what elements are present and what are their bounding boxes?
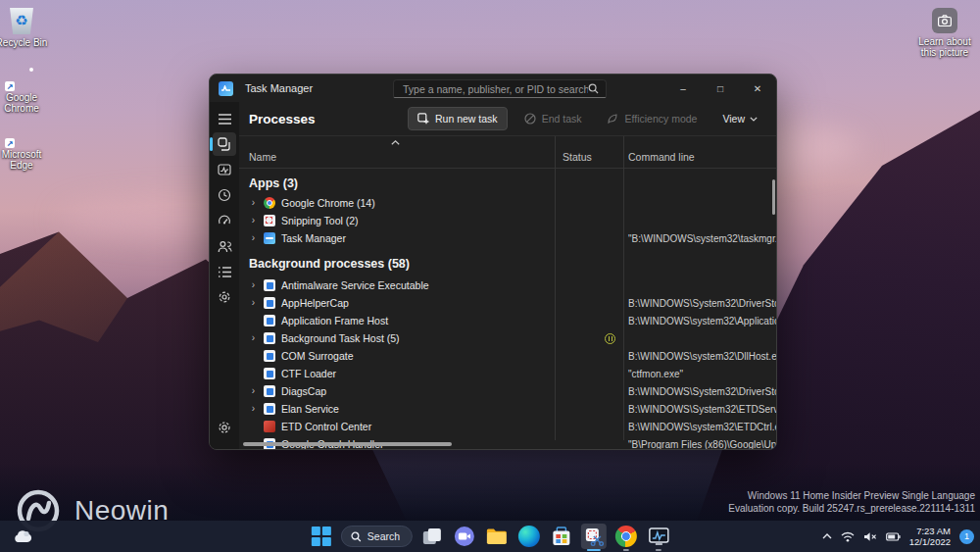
process-row[interactable]: ›DiagsCap B:\WINDOWS\System32\DriverStor… <box>239 382 776 400</box>
process-name: DiagsCap <box>281 385 326 397</box>
task-view-icon <box>422 527 442 545</box>
efficiency-mode-button[interactable]: Efficiency mode <box>598 108 706 129</box>
process-name: CTF Loader <box>281 368 336 379</box>
window-title: Task Manager <box>245 82 313 94</box>
task-manager-window: Task Manager – □ ✕ <box>209 74 777 450</box>
battery-icon[interactable] <box>886 532 901 541</box>
learn-about-picture-button[interactable]: Learn about this picture <box>913 8 976 58</box>
sidebar-item-processes[interactable] <box>213 132 236 156</box>
task-view-button[interactable] <box>419 524 445 549</box>
group-header-apps[interactable]: Apps (3) <box>239 169 776 194</box>
performance-icon <box>218 163 231 176</box>
generic-app-icon <box>264 297 275 309</box>
running-app-indicator <box>623 549 629 552</box>
volume-muted-icon[interactable] <box>863 531 877 542</box>
expand-chevron-icon[interactable]: › <box>249 404 258 414</box>
expand-chevron-icon[interactable]: › <box>249 386 258 396</box>
navigation-menu-button[interactable] <box>213 107 236 130</box>
edge-button[interactable] <box>516 524 542 549</box>
desktop-icon-label: Recycle Bin <box>0 37 47 48</box>
process-search-box[interactable] <box>393 79 607 98</box>
chevron-down-icon <box>750 117 758 122</box>
file-explorer-button[interactable] <box>484 524 510 549</box>
process-name: Snipping Tool (2) <box>281 215 359 226</box>
column-header-command-line[interactable]: Command line <box>628 151 695 163</box>
sidebar-item-startup-apps[interactable] <box>213 209 236 232</box>
process-row[interactable]: ›Application Frame Host B:\WINDOWS\syste… <box>239 312 776 329</box>
maximize-button[interactable]: □ <box>702 75 739 102</box>
chat-button[interactable] <box>452 524 477 549</box>
microsoft-store-button[interactable] <box>549 524 574 549</box>
process-row[interactable]: ›ETD Control Center B:\WINDOWS\system32\… <box>239 418 776 435</box>
watermark-line1: Windows 11 Home Insider Preview Single L… <box>728 489 975 502</box>
process-row[interactable]: ›AppHelperCap B:\WINDOWS\System32\Driver… <box>239 294 776 312</box>
process-name: Google Chrome (14) <box>281 197 375 209</box>
sidebar-item-services[interactable] <box>213 285 236 309</box>
process-row[interactable]: ›Antimalware Service Executable <box>239 276 776 294</box>
processes-toolbar: Processes Run new task End task Efficien… <box>239 102 776 135</box>
efficiency-leaf-icon <box>607 113 618 125</box>
expand-chevron-icon[interactable]: › <box>249 216 258 226</box>
column-header-name[interactable]: Name <box>249 151 276 163</box>
sidebar-item-users[interactable] <box>213 234 236 258</box>
desktop-icon-recycle-bin[interactable]: ♻ Recycle Bin <box>0 5 53 48</box>
page-title: Processes <box>249 112 316 126</box>
wifi-icon[interactable] <box>841 531 855 542</box>
group-label: Background processes (58) <box>249 257 410 271</box>
store-icon <box>552 527 571 546</box>
column-header-status[interactable]: Status <box>563 151 592 163</box>
expand-chevron-icon[interactable]: › <box>249 280 258 290</box>
process-row[interactable]: ›Snipping Tool (2) <box>239 212 776 229</box>
snipping-tool-button[interactable] <box>581 524 607 549</box>
search-icon <box>588 83 599 94</box>
run-new-task-button[interactable]: Run new task <box>408 107 508 130</box>
process-row[interactable]: ›Elan Service B:\WINDOWS\System32\ETDSer… <box>239 400 776 418</box>
column-divider[interactable] <box>623 136 624 440</box>
expand-chevron-icon[interactable]: › <box>249 198 258 208</box>
taskbar-search-button[interactable]: Search <box>341 526 413 547</box>
start-button[interactable] <box>309 524 334 549</box>
desktop-icon-google-chrome[interactable]: ↗ Google Chrome <box>0 60 53 114</box>
group-header-background[interactable]: Background processes (58) <box>239 247 776 276</box>
process-cmdline: B:\WINDOWS\system32\ApplicationFrame <box>623 316 776 326</box>
search-input[interactable] <box>403 83 588 95</box>
notification-badge[interactable]: 1 <box>959 529 974 544</box>
expand-chevron-icon[interactable]: › <box>249 333 258 343</box>
title-bar[interactable]: Task Manager – □ ✕ <box>210 75 776 102</box>
end-task-button[interactable]: End task <box>515 108 591 129</box>
view-dropdown-button[interactable]: View <box>713 108 766 129</box>
expand-chevron-icon[interactable]: › <box>249 233 258 243</box>
process-row[interactable]: ›COM Surrogate B:\WINDOWS\system32\DllHo… <box>239 347 776 365</box>
process-row[interactable]: ›Background Task Host (5) <box>239 329 776 347</box>
app-history-icon <box>218 188 231 202</box>
services-icon <box>218 290 231 304</box>
process-cmdline: B:\WINDOWS\system32\DllHost.exe /Proc <box>623 351 776 362</box>
process-row[interactable]: ›Google Chrome (14) <box>239 194 776 212</box>
generic-app-icon <box>264 332 275 344</box>
vertical-scrollbar[interactable] <box>772 179 775 215</box>
settings-button[interactable] <box>213 416 236 439</box>
desktop-icon-microsoft-edge[interactable]: ↗ Microsoft Edge <box>0 117 53 171</box>
recycle-bin-icon: ♻ <box>7 5 36 34</box>
process-status <box>555 333 623 344</box>
clock[interactable]: 7:23 AM 12/1/2022 <box>909 526 951 547</box>
snipping-tool-icon <box>264 215 275 226</box>
process-name: Background Task Host (5) <box>281 332 400 344</box>
chrome-taskbar-button[interactable] <box>613 524 639 549</box>
etd-control-center-icon <box>264 421 275 432</box>
process-name: Task Manager <box>281 232 346 244</box>
widgets-button[interactable] <box>10 525 35 548</box>
horizontal-scrollbar[interactable] <box>243 442 452 446</box>
sidebar-item-app-history[interactable] <box>213 183 236 207</box>
expand-chevron-icon[interactable]: › <box>249 298 258 308</box>
column-divider[interactable] <box>555 136 556 440</box>
close-button[interactable]: ✕ <box>739 75 776 102</box>
process-row[interactable]: ›CTF Loader "ctfmon.exe" <box>239 365 776 382</box>
show-hidden-icons-chevron[interactable] <box>822 533 832 539</box>
sort-ascending-icon[interactable] <box>391 140 400 145</box>
sidebar-item-performance[interactable] <box>213 158 236 181</box>
task-manager-taskbar-button[interactable] <box>646 524 671 549</box>
process-row[interactable]: ›Task Manager "B:\WINDOWS\system32\taskm… <box>239 229 776 247</box>
sidebar-item-details[interactable] <box>213 260 236 283</box>
minimize-button[interactable]: – <box>664 75 702 102</box>
